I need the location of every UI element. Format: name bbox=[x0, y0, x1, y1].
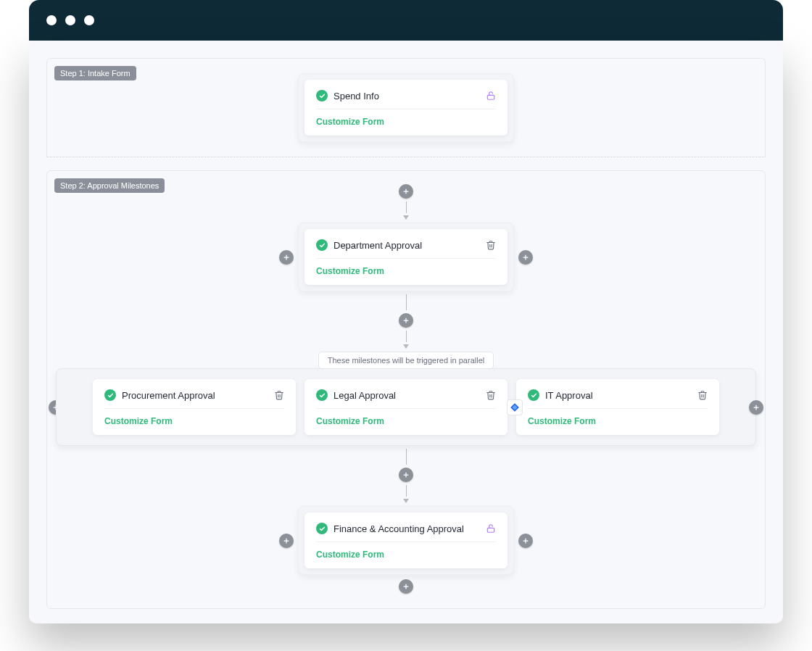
check-icon bbox=[316, 90, 328, 101]
card-spend-info: Spend Info Customize Form bbox=[304, 80, 508, 136]
card-title: Spend Info bbox=[334, 91, 480, 101]
svg-rect-17 bbox=[487, 528, 494, 532]
svg-rect-0 bbox=[487, 95, 494, 99]
lock-icon bbox=[486, 523, 496, 534]
trash-icon[interactable] bbox=[697, 390, 708, 400]
card-legal-approval[interactable]: Legal Approval Customize Form bbox=[304, 379, 508, 435]
card-title: IT Approval bbox=[545, 390, 692, 401]
add-step-button[interactable] bbox=[399, 184, 413, 199]
window-dot bbox=[84, 15, 94, 25]
customize-form-link[interactable]: Customize Form bbox=[528, 409, 708, 426]
card-title: Procurement Approval bbox=[122, 390, 268, 401]
step-intake-label: Step 1: Intake Form bbox=[54, 66, 136, 80]
check-icon bbox=[316, 239, 328, 251]
trash-icon[interactable] bbox=[486, 240, 496, 250]
step-approvals-label: Step 2: Approval Milestones bbox=[54, 178, 165, 193]
flow-arrow bbox=[403, 202, 409, 220]
add-right-button[interactable] bbox=[518, 250, 533, 265]
customize-form-link[interactable]: Customize Form bbox=[316, 259, 496, 276]
window-dot bbox=[65, 15, 75, 25]
step-intake-section: Step 1: Intake Form Spend Info Customize… bbox=[46, 58, 766, 157]
check-icon bbox=[528, 389, 539, 401]
add-left-button[interactable] bbox=[279, 250, 294, 265]
add-step-button[interactable] bbox=[399, 313, 413, 328]
card-slot-spend[interactable]: Spend Info Customize Form bbox=[298, 73, 514, 142]
lock-icon bbox=[486, 91, 496, 101]
flow-arrow bbox=[403, 331, 409, 349]
parallel-group: Procurement Approval Customize Form bbox=[56, 368, 756, 446]
customize-form-link[interactable]: Customize Form bbox=[316, 542, 496, 560]
browser-titlebar bbox=[29, 0, 783, 41]
trash-icon[interactable] bbox=[486, 390, 496, 400]
flow-arrow bbox=[406, 449, 407, 465]
add-right-button[interactable] bbox=[749, 400, 763, 415]
card-procurement-approval[interactable]: Procurement Approval Customize Form bbox=[93, 379, 296, 435]
customize-form-link[interactable]: Customize Form bbox=[316, 109, 496, 127]
card-it-approval[interactable]: IT Approval Customize Form bbox=[516, 379, 719, 435]
parallel-note: These milestones will be triggered in pa… bbox=[318, 352, 494, 369]
check-icon bbox=[104, 389, 116, 401]
add-step-button[interactable] bbox=[399, 579, 413, 594]
card-title: Finance & Accounting Approval bbox=[334, 523, 480, 534]
customize-form-link[interactable]: Customize Form bbox=[104, 409, 284, 426]
card-finance-approval: Finance & Accounting Approval Customize … bbox=[304, 513, 508, 568]
window-dot bbox=[46, 15, 57, 25]
customize-form-link[interactable]: Customize Form bbox=[316, 409, 496, 426]
check-icon bbox=[316, 389, 328, 401]
card-title: Legal Approval bbox=[334, 390, 480, 401]
add-left-button[interactable] bbox=[279, 534, 294, 548]
flow-arrow bbox=[406, 294, 407, 310]
jira-icon bbox=[507, 399, 523, 415]
workflow-canvas: Step 1: Intake Form Spend Info Customize… bbox=[29, 41, 783, 623]
check-icon bbox=[316, 523, 328, 534]
card-slot-finance[interactable]: Finance & Accounting Approval Customize … bbox=[298, 506, 514, 575]
add-step-button[interactable] bbox=[399, 468, 413, 482]
add-right-button[interactable] bbox=[518, 534, 533, 548]
card-slot-dept[interactable]: Department Approval Customize Form bbox=[298, 223, 514, 291]
card-department-approval: Department Approval Customize Form bbox=[304, 229, 508, 285]
step-approvals-section: Step 2: Approval Milestones bbox=[46, 170, 766, 609]
card-title: Department Approval bbox=[334, 240, 480, 251]
flow-arrow bbox=[403, 485, 409, 503]
trash-icon[interactable] bbox=[274, 390, 284, 400]
